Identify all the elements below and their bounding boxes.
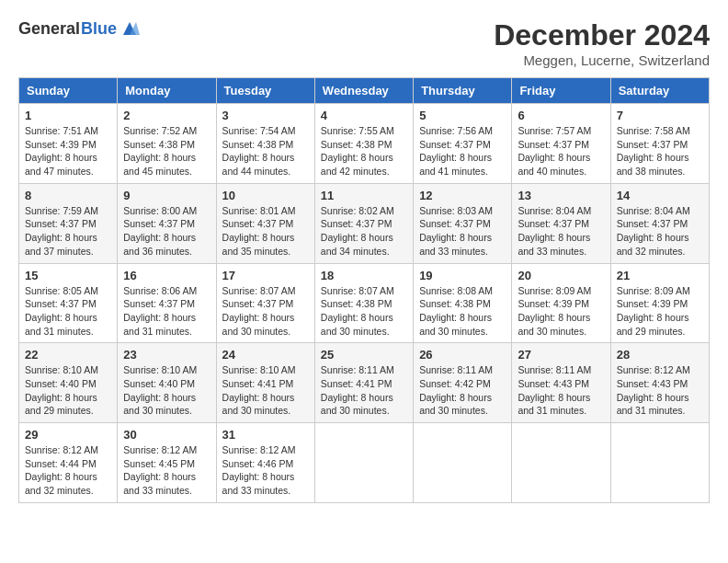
day-info: Sunrise: 7:54 AMSunset: 4:38 PMDaylight:… [222,124,309,178]
day-number: 31 [222,428,309,442]
day-info: Sunrise: 8:09 AMSunset: 4:39 PMDaylight:… [518,284,604,339]
day-number: 18 [321,269,407,282]
header-tuesday: Tuesday [216,78,314,104]
day-number: 3 [222,109,309,122]
day-number: 19 [419,269,506,282]
day-info: Sunrise: 8:08 AMSunset: 4:38 PMDaylight:… [419,284,506,339]
day-info: Sunrise: 8:11 AMSunset: 4:43 PMDaylight:… [518,363,604,418]
day-number: 6 [518,109,604,122]
day-number: 24 [222,348,309,362]
calendar-cell: 25Sunrise: 8:11 AMSunset: 4:41 PMDayligh… [314,343,413,423]
calendar-cell [314,423,413,503]
day-info: Sunrise: 8:05 AMSunset: 4:37 PMDaylight:… [25,284,111,339]
day-number: 15 [25,269,111,282]
day-number: 28 [617,348,703,362]
page-header: General Blue December 2024 Meggen, Lucer… [18,18,710,68]
calendar-cell: 23Sunrise: 8:10 AMSunset: 4:40 PMDayligh… [118,343,216,423]
day-info: Sunrise: 8:11 AMSunset: 4:42 PMDaylight:… [419,363,506,418]
day-info: Sunrise: 8:09 AMSunset: 4:39 PMDaylight:… [617,284,703,339]
week-row-3: 15Sunrise: 8:05 AMSunset: 4:37 PMDayligh… [19,263,710,343]
header-saturday: Saturday [610,78,709,104]
day-info: Sunrise: 7:56 AMSunset: 4:37 PMDaylight:… [419,124,506,178]
calendar-cell: 28Sunrise: 8:12 AMSunset: 4:43 PMDayligh… [610,343,709,423]
day-info: Sunrise: 7:58 AMSunset: 4:37 PMDaylight:… [617,124,703,178]
day-number: 14 [617,189,703,202]
day-number: 27 [518,348,604,362]
calendar-cell: 5Sunrise: 7:56 AMSunset: 4:37 PMDaylight… [414,104,512,184]
calendar-cell: 29Sunrise: 8:12 AMSunset: 4:44 PMDayligh… [19,423,118,503]
day-info: Sunrise: 8:01 AMSunset: 4:37 PMDaylight:… [222,204,309,259]
week-row-5: 29Sunrise: 8:12 AMSunset: 4:44 PMDayligh… [19,423,710,503]
calendar-cell: 31Sunrise: 8:12 AMSunset: 4:46 PMDayligh… [216,423,314,503]
day-number: 5 [419,109,506,122]
day-info: Sunrise: 8:04 AMSunset: 4:37 PMDaylight:… [518,204,604,259]
calendar-cell: 16Sunrise: 8:06 AMSunset: 4:37 PMDayligh… [118,263,216,343]
day-info: Sunrise: 8:07 AMSunset: 4:37 PMDaylight:… [222,284,309,339]
calendar-cell: 14Sunrise: 8:04 AMSunset: 4:37 PMDayligh… [610,183,709,263]
day-info: Sunrise: 8:10 AMSunset: 4:40 PMDaylight:… [25,363,111,418]
day-info: Sunrise: 7:51 AMSunset: 4:39 PMDaylight:… [25,124,111,178]
day-info: Sunrise: 8:12 AMSunset: 4:46 PMDaylight:… [222,443,309,498]
calendar-cell [512,423,610,503]
calendar-cell: 2Sunrise: 7:52 AMSunset: 4:38 PMDaylight… [118,104,216,184]
calendar-cell: 18Sunrise: 8:07 AMSunset: 4:38 PMDayligh… [314,263,413,343]
header-friday: Friday [512,78,610,104]
calendar-cell: 22Sunrise: 8:10 AMSunset: 4:40 PMDayligh… [19,343,118,423]
day-number: 8 [25,189,111,202]
day-number: 22 [25,348,111,362]
day-info: Sunrise: 8:03 AMSunset: 4:37 PMDaylight:… [419,204,506,259]
month-title: December 2024 [494,18,710,52]
day-number: 13 [518,189,604,202]
calendar-cell: 4Sunrise: 7:55 AMSunset: 4:38 PMDaylight… [314,104,413,184]
day-number: 25 [321,348,407,362]
calendar-cell [610,423,709,503]
day-number: 9 [123,189,210,202]
day-info: Sunrise: 8:07 AMSunset: 4:38 PMDaylight:… [321,284,407,339]
day-number: 11 [321,189,407,202]
header-thursday: Thursday [414,78,512,104]
day-info: Sunrise: 8:00 AMSunset: 4:37 PMDaylight:… [123,204,210,259]
title-area: December 2024 Meggen, Lucerne, Switzerla… [494,18,710,68]
header-monday: Monday [118,78,216,104]
day-info: Sunrise: 8:06 AMSunset: 4:37 PMDaylight:… [123,284,210,339]
day-info: Sunrise: 7:59 AMSunset: 4:37 PMDaylight:… [25,204,111,259]
day-number: 29 [25,428,111,442]
calendar-cell: 6Sunrise: 7:57 AMSunset: 4:37 PMDaylight… [512,104,610,184]
calendar-cell: 8Sunrise: 7:59 AMSunset: 4:37 PMDaylight… [19,183,118,263]
location-title: Meggen, Lucerne, Switzerland [494,52,710,68]
calendar-cell: 19Sunrise: 8:08 AMSunset: 4:38 PMDayligh… [414,263,512,343]
calendar-cell: 21Sunrise: 8:09 AMSunset: 4:39 PMDayligh… [610,263,709,343]
calendar-cell: 17Sunrise: 8:07 AMSunset: 4:37 PMDayligh… [216,263,314,343]
calendar-cell: 1Sunrise: 7:51 AMSunset: 4:39 PMDaylight… [19,104,118,184]
logo-general: General [18,19,80,39]
calendar-cell: 27Sunrise: 8:11 AMSunset: 4:43 PMDayligh… [512,343,610,423]
calendar-table: SundayMondayTuesdayWednesdayThursdayFrid… [18,77,710,503]
day-number: 30 [123,428,210,442]
day-info: Sunrise: 8:04 AMSunset: 4:37 PMDaylight:… [617,204,703,259]
day-number: 4 [321,109,407,122]
logo: General Blue [18,18,140,39]
day-number: 12 [419,189,506,202]
week-row-1: 1Sunrise: 7:51 AMSunset: 4:39 PMDaylight… [19,104,710,184]
header-row: SundayMondayTuesdayWednesdayThursdayFrid… [19,78,710,104]
calendar-cell: 15Sunrise: 8:05 AMSunset: 4:37 PMDayligh… [19,263,118,343]
day-number: 26 [419,348,506,362]
calendar-cell: 13Sunrise: 8:04 AMSunset: 4:37 PMDayligh… [512,183,610,263]
header-sunday: Sunday [19,78,118,104]
calendar-cell [414,423,512,503]
day-info: Sunrise: 8:12 AMSunset: 4:43 PMDaylight:… [617,363,703,418]
day-info: Sunrise: 8:12 AMSunset: 4:44 PMDaylight:… [25,443,111,498]
day-info: Sunrise: 7:55 AMSunset: 4:38 PMDaylight:… [321,124,407,178]
day-number: 10 [222,189,309,202]
calendar-cell: 3Sunrise: 7:54 AMSunset: 4:38 PMDaylight… [216,104,314,184]
logo-icon [119,18,140,39]
day-info: Sunrise: 8:10 AMSunset: 4:41 PMDaylight:… [222,363,309,418]
day-info: Sunrise: 8:11 AMSunset: 4:41 PMDaylight:… [321,363,407,418]
calendar-cell: 10Sunrise: 8:01 AMSunset: 4:37 PMDayligh… [216,183,314,263]
calendar-cell: 24Sunrise: 8:10 AMSunset: 4:41 PMDayligh… [216,343,314,423]
calendar-cell: 9Sunrise: 8:00 AMSunset: 4:37 PMDaylight… [118,183,216,263]
logo-blue: Blue [81,19,117,39]
day-number: 1 [25,109,111,122]
calendar-cell: 26Sunrise: 8:11 AMSunset: 4:42 PMDayligh… [414,343,512,423]
day-info: Sunrise: 8:12 AMSunset: 4:45 PMDaylight:… [123,443,210,498]
